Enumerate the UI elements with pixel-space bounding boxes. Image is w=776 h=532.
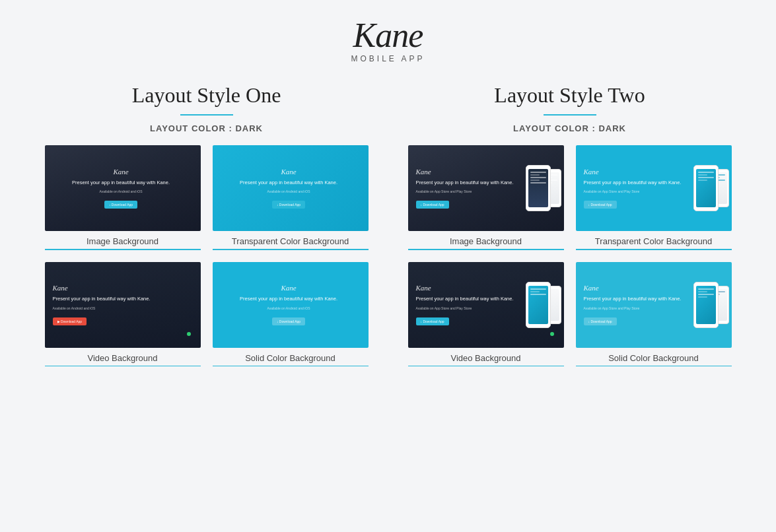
thumb-label-image-two: Image Background: [408, 236, 564, 246]
thumb-preview-transparent-two: Kane Present your app in beautiful way w…: [576, 145, 732, 231]
thumb-inner: Kane Present your app in beautiful way w…: [45, 262, 201, 348]
thumb-subtext: Available on Android and iOS: [221, 306, 357, 310]
thumb-underline: [576, 366, 732, 367]
thumb-text: Kane Present your app in beautiful way w…: [221, 168, 361, 209]
phone-screen-front: [528, 169, 548, 207]
section-title-one: Layout Style One: [45, 83, 369, 108]
thumb-preview-video-two: Kane Present your app in beautiful way w…: [408, 262, 564, 348]
thumb-logo: Kane: [221, 284, 357, 292]
thumb-label-solid-one: Solid Color Background: [213, 353, 369, 363]
thumb-inner: Kane Present your app in beautiful way w…: [408, 262, 564, 348]
logo-subtitle: MOBILE APP: [0, 54, 776, 63]
thumb-underline: [408, 249, 564, 250]
thumb-preview-transparent-one: Kane Present your app in beautiful way w…: [213, 145, 369, 231]
phone-mockup: [699, 282, 724, 328]
phone-front: [526, 165, 551, 211]
thumb-video-bg-one[interactable]: Kane Present your app in beautiful way w…: [45, 262, 201, 367]
logo-kane: Kane: [0, 18, 776, 53]
thumb-underline: [213, 249, 369, 250]
thumb-inner: Kane Present your app in beautiful way w…: [576, 145, 732, 231]
section-divider-two: [544, 114, 596, 116]
thumb-download-btn[interactable]: ↓ Download App: [104, 201, 137, 209]
thumb-solid-bg-one[interactable]: Kane Present your app in beautiful way w…: [213, 262, 369, 367]
section-title-two: Layout Style Two: [408, 83, 732, 108]
thumb-logo: Kane: [53, 168, 190, 176]
thumb-headline: Present your app in beautiful way with K…: [53, 180, 190, 187]
thumb-headline: Present your app in beautiful way with K…: [221, 296, 357, 303]
thumb-headline: Present your app in beautiful way with K…: [584, 180, 695, 187]
phone-screen-front: [696, 169, 716, 207]
thumb-inner: Kane Present your app in beautiful way w…: [408, 145, 564, 231]
thumb-preview-image-one: Kane Present your app in beautiful way w…: [45, 145, 201, 231]
color-label-two: LAYOUT COLOR : DARK: [408, 123, 732, 133]
thumb-transparent-bg-two[interactable]: Kane Present your app in beautiful way w…: [576, 145, 732, 250]
thumb-underline: [45, 366, 201, 367]
thumb-image-bg-two[interactable]: Kane Present your app in beautiful way w…: [408, 145, 564, 250]
thumb-subtext: Available on App Store and Play Store: [416, 306, 528, 310]
thumb-label-transparent-two: Transparent Color Background: [576, 236, 732, 246]
thumb-preview-image-two: Kane Present your app in beautiful way w…: [408, 145, 564, 231]
thumb-label-solid-two: Solid Color Background: [576, 353, 732, 363]
thumb-subtext: Available on Android and iOS: [221, 189, 357, 193]
thumb-underline: [45, 249, 201, 250]
thumb-preview-video-one: Kane Present your app in beautiful way w…: [45, 262, 201, 348]
thumb-logo: Kane: [416, 284, 528, 292]
thumb-subtext: Available on App Store and Play Store: [584, 306, 695, 310]
thumb-download-btn[interactable]: ↓ Download App: [584, 201, 617, 209]
thumbnails-grid-two: Kane Present your app in beautiful way w…: [408, 145, 732, 366]
thumb-image-bg-one[interactable]: Kane Present your app in beautiful way w…: [45, 145, 201, 250]
thumb-logo: Kane: [416, 168, 528, 176]
phone-screen-front: [528, 286, 548, 324]
thumb-text: Kane Present your app in beautiful way w…: [53, 284, 193, 325]
thumb-headline: Present your app in beautiful way with K…: [416, 180, 528, 187]
thumb-headline: Present your app in beautiful way with K…: [584, 296, 695, 303]
phone-front: [526, 282, 551, 328]
phone-mockup: [531, 165, 556, 211]
thumb-underline: [576, 249, 732, 250]
thumb-download-btn[interactable]: ↓ Download App: [272, 201, 305, 209]
thumb-download-btn[interactable]: ↓ Download App: [272, 317, 305, 325]
thumb-headline: Present your app in beautiful way with K…: [221, 180, 357, 187]
thumb-text: Kane Present your app in beautiful way w…: [416, 168, 531, 209]
thumb-headline: Present your app in beautiful way with K…: [53, 296, 190, 303]
thumb-transparent-bg-one[interactable]: Kane Present your app in beautiful way w…: [213, 145, 369, 250]
thumb-preview-solid-one: Kane Present your app in beautiful way w…: [213, 262, 369, 348]
thumb-video-bg-two[interactable]: Kane Present your app in beautiful way w…: [408, 262, 564, 367]
thumb-download-btn-red[interactable]: ▶ Download App: [53, 317, 87, 325]
thumb-headline: Present your app in beautiful way with K…: [416, 296, 528, 303]
thumb-inner: Kane Present your app in beautiful way w…: [576, 262, 732, 348]
section-divider-one: [180, 114, 233, 116]
phone-front: [693, 282, 719, 328]
thumb-download-btn[interactable]: ↓ Download App: [416, 201, 449, 209]
layout-section-two: Layout Style Two LAYOUT COLOR : DARK Kan…: [408, 83, 732, 366]
main-content: Layout Style One LAYOUT COLOR : DARK Kan…: [0, 77, 776, 386]
thumb-solid-bg-two[interactable]: Kane Present your app in beautiful way w…: [576, 262, 732, 367]
thumbnails-grid-one: Kane Present your app in beautiful way w…: [45, 145, 369, 366]
green-dot-two: [550, 332, 554, 336]
phone-mockup: [699, 165, 724, 211]
thumb-text: Kane Present your app in beautiful way w…: [584, 284, 699, 325]
thumb-logo: Kane: [584, 284, 695, 292]
thumb-text: Kane Present your app in beautiful way w…: [584, 168, 699, 209]
thumb-preview-solid-two: Kane Present your app in beautiful way w…: [576, 262, 732, 348]
thumb-label-video-two: Video Background: [408, 353, 564, 363]
thumb-subtext: Available on App Store and Play Store: [416, 189, 528, 193]
thumb-logo: Kane: [53, 284, 190, 292]
thumb-download-btn[interactable]: ↓ Download App: [584, 317, 617, 325]
thumb-inner: Kane Present your app in beautiful way w…: [213, 262, 369, 348]
phone-screen-front: [696, 286, 716, 324]
color-label-one: LAYOUT COLOR : DARK: [45, 123, 369, 133]
thumb-underline: [408, 366, 564, 367]
thumb-logo: Kane: [221, 168, 357, 176]
thumb-subtext: Available on Android and iOS: [53, 189, 190, 193]
phone-mockup: [531, 282, 556, 328]
thumb-label-transparent-one: Transparent Color Background: [213, 236, 369, 246]
thumb-label-image-one: Image Background: [45, 236, 201, 246]
thumb-text: Kane Present your app in beautiful way w…: [416, 284, 531, 325]
thumb-inner: Kane Present your app in beautiful way w…: [213, 145, 369, 231]
thumb-underline: [213, 366, 369, 367]
thumb-download-btn[interactable]: ↓ Download App: [416, 317, 449, 325]
green-dot: [187, 332, 191, 336]
thumb-inner: Kane Present your app in beautiful way w…: [45, 145, 201, 231]
thumb-text: Kane Present your app in beautiful way w…: [221, 284, 361, 325]
